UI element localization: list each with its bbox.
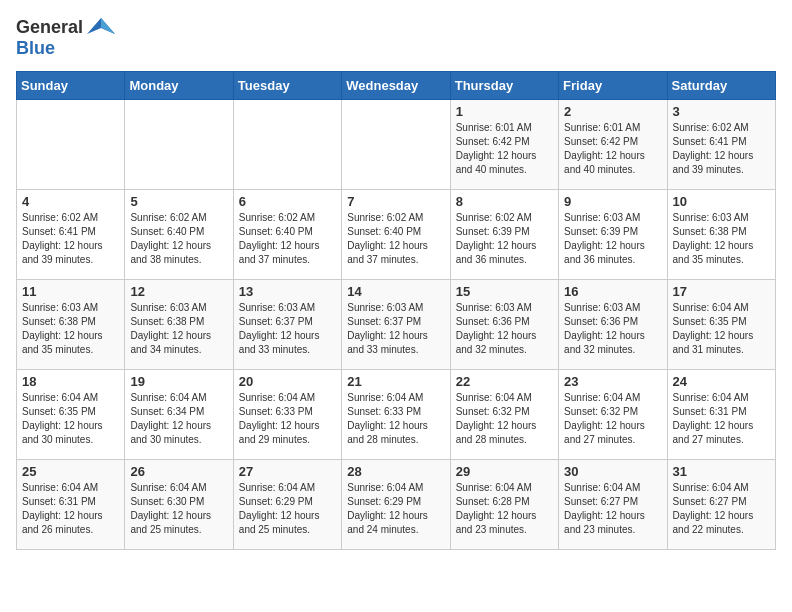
day-info: Sunrise: 6:04 AM Sunset: 6:31 PM Dayligh… [22, 481, 119, 537]
calendar-day-10: 10Sunrise: 6:03 AM Sunset: 6:38 PM Dayli… [667, 190, 775, 280]
day-info: Sunrise: 6:04 AM Sunset: 6:35 PM Dayligh… [673, 301, 770, 357]
day-number: 13 [239, 284, 336, 299]
day-info: Sunrise: 6:02 AM Sunset: 6:39 PM Dayligh… [456, 211, 553, 267]
day-info: Sunrise: 6:04 AM Sunset: 6:32 PM Dayligh… [456, 391, 553, 447]
calendar-day-11: 11Sunrise: 6:03 AM Sunset: 6:38 PM Dayli… [17, 280, 125, 370]
day-info: Sunrise: 6:03 AM Sunset: 6:39 PM Dayligh… [564, 211, 661, 267]
calendar-body: 1Sunrise: 6:01 AM Sunset: 6:42 PM Daylig… [17, 100, 776, 550]
weekday-header-friday: Friday [559, 72, 667, 100]
logo-bird-icon [87, 16, 115, 38]
calendar-week-row: 11Sunrise: 6:03 AM Sunset: 6:38 PM Dayli… [17, 280, 776, 370]
day-info: Sunrise: 6:03 AM Sunset: 6:36 PM Dayligh… [564, 301, 661, 357]
day-info: Sunrise: 6:04 AM Sunset: 6:34 PM Dayligh… [130, 391, 227, 447]
calendar-week-row: 25Sunrise: 6:04 AM Sunset: 6:31 PM Dayli… [17, 460, 776, 550]
day-number: 29 [456, 464, 553, 479]
day-number: 8 [456, 194, 553, 209]
calendar-day-3: 3Sunrise: 6:02 AM Sunset: 6:41 PM Daylig… [667, 100, 775, 190]
day-number: 9 [564, 194, 661, 209]
day-info: Sunrise: 6:01 AM Sunset: 6:42 PM Dayligh… [564, 121, 661, 177]
calendar-header: SundayMondayTuesdayWednesdayThursdayFrid… [17, 72, 776, 100]
calendar-day-6: 6Sunrise: 6:02 AM Sunset: 6:40 PM Daylig… [233, 190, 341, 280]
day-info: Sunrise: 6:03 AM Sunset: 6:37 PM Dayligh… [239, 301, 336, 357]
logo-blue-text: Blue [16, 38, 55, 58]
day-number: 28 [347, 464, 444, 479]
day-info: Sunrise: 6:03 AM Sunset: 6:36 PM Dayligh… [456, 301, 553, 357]
calendar-day-21: 21Sunrise: 6:04 AM Sunset: 6:33 PM Dayli… [342, 370, 450, 460]
calendar-day-27: 27Sunrise: 6:04 AM Sunset: 6:29 PM Dayli… [233, 460, 341, 550]
day-info: Sunrise: 6:02 AM Sunset: 6:41 PM Dayligh… [22, 211, 119, 267]
day-info: Sunrise: 6:04 AM Sunset: 6:35 PM Dayligh… [22, 391, 119, 447]
calendar-week-row: 18Sunrise: 6:04 AM Sunset: 6:35 PM Dayli… [17, 370, 776, 460]
day-number: 14 [347, 284, 444, 299]
weekday-header-saturday: Saturday [667, 72, 775, 100]
day-number: 6 [239, 194, 336, 209]
day-number: 20 [239, 374, 336, 389]
weekday-header-tuesday: Tuesday [233, 72, 341, 100]
day-info: Sunrise: 6:01 AM Sunset: 6:42 PM Dayligh… [456, 121, 553, 177]
calendar-day-1: 1Sunrise: 6:01 AM Sunset: 6:42 PM Daylig… [450, 100, 558, 190]
day-info: Sunrise: 6:04 AM Sunset: 6:33 PM Dayligh… [239, 391, 336, 447]
calendar-day-23: 23Sunrise: 6:04 AM Sunset: 6:32 PM Dayli… [559, 370, 667, 460]
calendar-day-29: 29Sunrise: 6:04 AM Sunset: 6:28 PM Dayli… [450, 460, 558, 550]
day-number: 19 [130, 374, 227, 389]
day-info: Sunrise: 6:03 AM Sunset: 6:38 PM Dayligh… [673, 211, 770, 267]
calendar-day-15: 15Sunrise: 6:03 AM Sunset: 6:36 PM Dayli… [450, 280, 558, 370]
day-number: 24 [673, 374, 770, 389]
calendar-day-4: 4Sunrise: 6:02 AM Sunset: 6:41 PM Daylig… [17, 190, 125, 280]
day-number: 21 [347, 374, 444, 389]
calendar-day-2: 2Sunrise: 6:01 AM Sunset: 6:42 PM Daylig… [559, 100, 667, 190]
day-number: 11 [22, 284, 119, 299]
calendar-day-28: 28Sunrise: 6:04 AM Sunset: 6:29 PM Dayli… [342, 460, 450, 550]
calendar-day-30: 30Sunrise: 6:04 AM Sunset: 6:27 PM Dayli… [559, 460, 667, 550]
calendar-day-7: 7Sunrise: 6:02 AM Sunset: 6:40 PM Daylig… [342, 190, 450, 280]
day-info: Sunrise: 6:04 AM Sunset: 6:27 PM Dayligh… [673, 481, 770, 537]
day-number: 30 [564, 464, 661, 479]
calendar-day-18: 18Sunrise: 6:04 AM Sunset: 6:35 PM Dayli… [17, 370, 125, 460]
weekday-header-monday: Monday [125, 72, 233, 100]
day-number: 31 [673, 464, 770, 479]
weekday-header-row: SundayMondayTuesdayWednesdayThursdayFrid… [17, 72, 776, 100]
day-number: 5 [130, 194, 227, 209]
day-number: 2 [564, 104, 661, 119]
day-number: 26 [130, 464, 227, 479]
logo-general-text: General [16, 17, 83, 38]
day-info: Sunrise: 6:03 AM Sunset: 6:38 PM Dayligh… [130, 301, 227, 357]
day-number: 23 [564, 374, 661, 389]
calendar-table: SundayMondayTuesdayWednesdayThursdayFrid… [16, 71, 776, 550]
logo: General Blue [16, 16, 115, 59]
calendar-week-row: 1Sunrise: 6:01 AM Sunset: 6:42 PM Daylig… [17, 100, 776, 190]
day-info: Sunrise: 6:02 AM Sunset: 6:41 PM Dayligh… [673, 121, 770, 177]
day-number: 25 [22, 464, 119, 479]
day-info: Sunrise: 6:04 AM Sunset: 6:33 PM Dayligh… [347, 391, 444, 447]
calendar-empty-cell [233, 100, 341, 190]
calendar-week-row: 4Sunrise: 6:02 AM Sunset: 6:41 PM Daylig… [17, 190, 776, 280]
day-number: 27 [239, 464, 336, 479]
calendar-day-9: 9Sunrise: 6:03 AM Sunset: 6:39 PM Daylig… [559, 190, 667, 280]
page-header: General Blue [16, 16, 776, 59]
weekday-header-thursday: Thursday [450, 72, 558, 100]
calendar-day-13: 13Sunrise: 6:03 AM Sunset: 6:37 PM Dayli… [233, 280, 341, 370]
day-number: 12 [130, 284, 227, 299]
calendar-day-5: 5Sunrise: 6:02 AM Sunset: 6:40 PM Daylig… [125, 190, 233, 280]
day-number: 10 [673, 194, 770, 209]
calendar-empty-cell [342, 100, 450, 190]
day-number: 17 [673, 284, 770, 299]
weekday-header-wednesday: Wednesday [342, 72, 450, 100]
day-number: 22 [456, 374, 553, 389]
calendar-day-12: 12Sunrise: 6:03 AM Sunset: 6:38 PM Dayli… [125, 280, 233, 370]
day-info: Sunrise: 6:04 AM Sunset: 6:29 PM Dayligh… [239, 481, 336, 537]
calendar-day-31: 31Sunrise: 6:04 AM Sunset: 6:27 PM Dayli… [667, 460, 775, 550]
calendar-day-14: 14Sunrise: 6:03 AM Sunset: 6:37 PM Dayli… [342, 280, 450, 370]
day-number: 3 [673, 104, 770, 119]
day-info: Sunrise: 6:04 AM Sunset: 6:31 PM Dayligh… [673, 391, 770, 447]
day-number: 1 [456, 104, 553, 119]
day-info: Sunrise: 6:03 AM Sunset: 6:37 PM Dayligh… [347, 301, 444, 357]
day-info: Sunrise: 6:02 AM Sunset: 6:40 PM Dayligh… [239, 211, 336, 267]
day-info: Sunrise: 6:02 AM Sunset: 6:40 PM Dayligh… [347, 211, 444, 267]
calendar-day-24: 24Sunrise: 6:04 AM Sunset: 6:31 PM Dayli… [667, 370, 775, 460]
day-number: 7 [347, 194, 444, 209]
day-number: 18 [22, 374, 119, 389]
calendar-day-8: 8Sunrise: 6:02 AM Sunset: 6:39 PM Daylig… [450, 190, 558, 280]
day-info: Sunrise: 6:02 AM Sunset: 6:40 PM Dayligh… [130, 211, 227, 267]
calendar-day-17: 17Sunrise: 6:04 AM Sunset: 6:35 PM Dayli… [667, 280, 775, 370]
